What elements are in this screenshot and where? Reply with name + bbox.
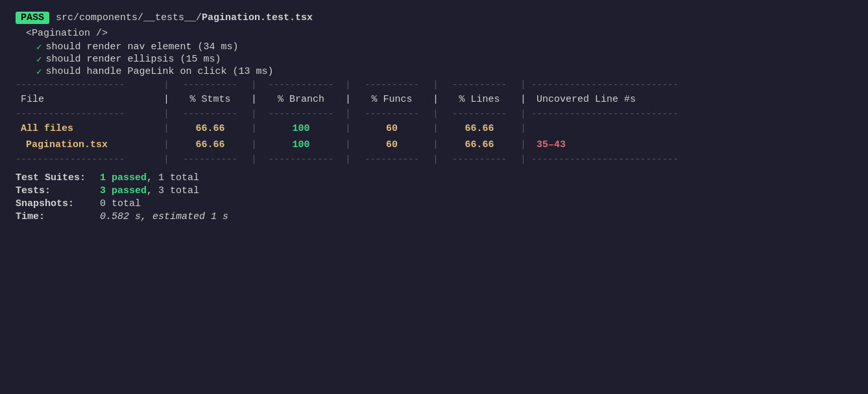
checkmark-icon-3: ✓ — [36, 66, 42, 77]
summary-suites: Test Suites: 1 passed, 1 total — [16, 172, 852, 183]
coverage-header: File | % Stmts | % Branch | % Funcs | % … — [16, 91, 852, 108]
summary-snapshots: Snapshots: 0 total — [16, 198, 852, 209]
col-header-branch: % Branch — [262, 91, 340, 108]
suites-label: Test Suites: — [16, 172, 100, 183]
terminal-output: PASS src/components/__tests__/Pagination… — [16, 12, 852, 222]
snapshots-value: 0 total — [100, 198, 141, 209]
pagination-branch: 100 — [262, 137, 340, 153]
coverage-row-pagination: Pagination.tsx | 66.66 | 100 | 60 | 66.6… — [16, 137, 852, 153]
tests-rest: , 3 total — [147, 185, 199, 196]
col-header-file: File — [16, 91, 158, 108]
pagination-file: Pagination.tsx — [16, 137, 158, 153]
allfiles-funcs: 60 — [356, 121, 428, 137]
suites-rest: , 1 total — [147, 172, 199, 183]
allfiles-lines: 66.66 — [444, 121, 515, 137]
checkmark-icon-1: ✓ — [36, 41, 42, 52]
divider-mid: -------------------- | ---------- | ----… — [16, 108, 852, 121]
pass-badge: PASS — [16, 12, 49, 24]
time-value: 0.582 s, estimated 1 s — [100, 211, 228, 222]
allfiles-uncovered — [531, 121, 852, 137]
allfiles-file: All files — [16, 121, 158, 137]
file-path: src/components/__tests__/Pagination.test… — [56, 12, 313, 23]
col-header-uncovered: Uncovered Line #s — [531, 91, 852, 108]
suites-green: 1 passed — [100, 172, 147, 183]
test-item-3: ✓ should handle PageLink on click (13 ms… — [16, 66, 852, 77]
col-header-lines: % Lines — [444, 91, 515, 108]
file-path-bold: Pagination.test.tsx — [202, 12, 313, 23]
coverage-table: -------------------- | ---------- | ----… — [16, 78, 852, 166]
test-item-2: ✓ should render ellipsis (15 ms) — [16, 54, 852, 65]
test-item-1: ✓ should render nav element (34 ms) — [16, 41, 852, 52]
pass-line: PASS src/components/__tests__/Pagination… — [16, 12, 852, 24]
time-label: Time: — [16, 211, 100, 222]
checkmark-icon-2: ✓ — [36, 54, 42, 65]
allfiles-stmts: 66.66 — [175, 121, 246, 137]
suite-name: <Pagination /> — [16, 28, 852, 39]
summary-time: Time: 0.582 s, estimated 1 s — [16, 211, 852, 222]
file-path-prefix: src/components/__tests__/ — [56, 12, 202, 23]
snapshots-label: Snapshots: — [16, 198, 100, 209]
test-label-3: should handle PageLink on click (13 ms) — [45, 66, 273, 77]
test-label-1: should render nav element (34 ms) — [45, 41, 238, 52]
col-header-funcs: % Funcs — [356, 91, 428, 108]
allfiles-branch: 100 — [262, 121, 340, 137]
pagination-uncovered: 35–43 — [531, 137, 852, 153]
tests-value: 3 passed, 3 total — [100, 185, 199, 196]
summary-section: Test Suites: 1 passed, 1 total Tests: 3 … — [16, 172, 852, 222]
pagination-lines: 66.66 — [444, 137, 515, 153]
summary-tests: Tests: 3 passed, 3 total — [16, 185, 852, 196]
divider-top: -------------------- | ---------- | ----… — [16, 78, 852, 91]
test-label-2: should render ellipsis (15 ms) — [45, 54, 221, 65]
coverage-row-allfiles: All files | 66.66 | 100 | 60 | 66.66 | — [16, 121, 852, 137]
col-header-stmts: % Stmts — [175, 91, 246, 108]
divider-bottom: -------------------- | ---------- | ----… — [16, 153, 852, 166]
tests-label: Tests: — [16, 185, 100, 196]
pagination-stmts: 66.66 — [175, 137, 246, 153]
suites-value: 1 passed, 1 total — [100, 172, 199, 183]
pagination-funcs: 60 — [356, 137, 428, 153]
tests-green: 3 passed — [100, 185, 147, 196]
